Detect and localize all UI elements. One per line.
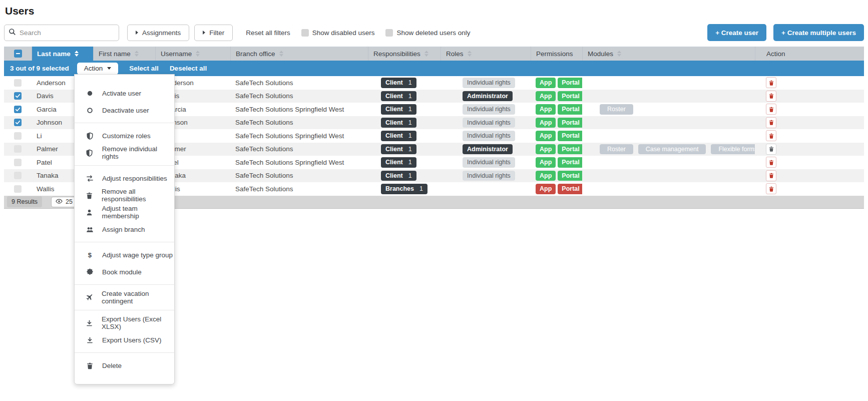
cell-modules	[582, 169, 755, 183]
module-badge: Case management	[638, 144, 706, 155]
show-deleted-checkbox[interactable]: Show deleted users only	[385, 29, 470, 37]
people-icon	[86, 226, 94, 233]
menu-item-export-users-csv-[interactable]: Export Users (CSV)	[75, 331, 174, 348]
delete-user-button[interactable]	[766, 77, 776, 88]
row-checkbox[interactable]	[14, 92, 22, 100]
cell-branch-office: SafeTech Solutions	[230, 116, 368, 130]
responsibility-label: Client	[385, 159, 403, 166]
chevron-down-icon	[107, 67, 111, 70]
header-cell-responsibilities[interactable]: Responsibilities	[368, 47, 441, 61]
menu-item-delete[interactable]: Delete	[75, 357, 174, 374]
cell-last-name-text: Johnson	[37, 119, 62, 126]
header-cell-branch-office[interactable]: Branch office	[230, 47, 368, 61]
delete-user-button[interactable]	[766, 117, 776, 128]
cell-select	[4, 182, 32, 196]
cell-select	[4, 103, 32, 116]
menu-item-create-vacation-contingent[interactable]: Create vacation contingent	[75, 289, 174, 306]
header-cell-first-name[interactable]: First name	[93, 47, 155, 61]
menu-item-label: Adjust wage type group	[102, 251, 173, 259]
swap-arrows-icon	[86, 175, 94, 182]
menu-item-label: Remove individual rights	[102, 145, 174, 160]
delete-user-button[interactable]	[766, 183, 776, 194]
menu-item-deactivate-user[interactable]: Deactivate user	[75, 102, 174, 119]
role-badge: Individual rights	[463, 118, 515, 128]
cell-permissions: AppPortal	[531, 76, 582, 90]
cell-branch-office: SafeTech Solutions	[230, 182, 368, 196]
menu-item-activate-user[interactable]: Activate user	[75, 85, 174, 102]
row-checkbox[interactable]	[14, 132, 22, 140]
module-badge: Roster	[600, 144, 633, 155]
row-checkbox[interactable]	[14, 159, 22, 166]
permission-badge: Portal	[558, 118, 582, 128]
cell-last-name-text: Patel	[37, 159, 52, 166]
cell-last-name-text: Palmer	[37, 145, 58, 153]
delete-user-button[interactable]	[766, 130, 776, 141]
cell-responsibilities: Branches1	[368, 182, 441, 196]
menu-item-label: Activate user	[102, 90, 141, 97]
delete-user-button[interactable]	[766, 157, 776, 168]
action-button[interactable]: Action	[77, 63, 119, 75]
filter-button[interactable]: Filter	[194, 25, 233, 41]
menu-item-adjust-team-membership[interactable]: Adjust team membership	[75, 204, 174, 221]
permission-badge: Portal	[558, 104, 582, 115]
menu-item-book-module[interactable]: Book module	[75, 263, 174, 280]
reset-filters-button[interactable]: Reset all filters	[246, 29, 290, 37]
row-checkbox[interactable]	[14, 79, 22, 87]
cell-branch-office: SafeTech Solutions	[230, 90, 368, 103]
cell-permissions: AppPortal	[531, 116, 582, 130]
column-label: Permissions	[536, 50, 573, 58]
cell-branch-office: SafeTech Solutions Springfield West	[230, 156, 368, 169]
cell-last-name-text: Garcia	[37, 106, 57, 113]
permission-badge: Portal	[558, 91, 582, 102]
show-disabled-checkbox[interactable]: Show disabled users	[301, 29, 375, 37]
row-checkbox[interactable]	[14, 145, 22, 153]
menu-item-adjust-wage-type-group[interactable]: $Adjust wage type group	[75, 246, 174, 263]
cell-roles: Individual rights	[441, 169, 531, 183]
column-label: Roles	[446, 50, 464, 58]
search-input-wrap[interactable]	[4, 25, 119, 41]
cell-roles: Individual rights	[441, 116, 531, 130]
assignments-button[interactable]: Assignments	[127, 25, 189, 41]
responsibility-badge: Client1	[381, 91, 416, 102]
menu-item-label: Deactivate user	[102, 107, 149, 114]
menu-item-label: Create vacation contingent	[102, 290, 174, 305]
menu-group: Adjust responsibilitiesRemove all respon…	[75, 165, 174, 242]
role-badge: Individual rights	[463, 131, 515, 141]
menu-item-assign-branch[interactable]: Assign branch	[75, 221, 174, 238]
select-all-button[interactable]: Select all	[129, 65, 159, 72]
responsibility-badge: Client1	[381, 171, 416, 181]
menu-item-customize-roles[interactable]: Customize roles	[75, 127, 174, 144]
responsibility-badge: Client1	[381, 144, 416, 155]
header-cell-roles[interactable]: Roles	[441, 47, 531, 61]
row-checkbox[interactable]	[14, 185, 22, 193]
delete-user-button[interactable]	[766, 144, 776, 155]
delete-user-button[interactable]	[766, 104, 776, 115]
cell-responsibilities: Client1	[368, 156, 441, 169]
header-cell-last-name[interactable]: Last name	[32, 47, 93, 61]
row-checkbox[interactable]	[14, 172, 22, 179]
search-input[interactable]	[20, 29, 115, 37]
menu-item-adjust-responsibilities[interactable]: Adjust responsibilities	[75, 170, 174, 187]
menu-item-label: Export Users (CSV)	[102, 336, 162, 344]
create-user-button[interactable]: + Create user	[707, 24, 766, 41]
column-label: Modules	[588, 50, 613, 58]
select-all-checkbox[interactable]	[14, 50, 22, 58]
deselect-all-button[interactable]: Deselect all	[170, 65, 207, 72]
menu-item-remove-all-responsibilities[interactable]: Remove all responsibilities	[75, 187, 174, 204]
cell-last-name-text: Tanaka	[37, 172, 59, 179]
menu-item-export-users-excel-xlsx-[interactable]: Export Users (Excel XLSX)	[75, 314, 174, 331]
cell-modules	[582, 156, 755, 169]
cell-modules	[582, 129, 755, 143]
cell-roles: Individual rights	[441, 76, 531, 90]
header-cell-modules[interactable]: Modules	[582, 47, 755, 61]
delete-user-button[interactable]	[766, 170, 776, 181]
row-checkbox[interactable]	[14, 106, 22, 113]
create-multiple-users-button[interactable]: + Create multiple users	[773, 24, 864, 41]
header-cell-permissions: Permissions	[531, 47, 582, 61]
menu-item-remove-individual-rights[interactable]: Remove individual rights	[75, 144, 174, 161]
cell-action	[755, 116, 864, 130]
row-checkbox[interactable]	[14, 119, 22, 126]
delete-user-button[interactable]	[766, 91, 776, 102]
menu-group: Export Users (Excel XLSX)Export Users (C…	[75, 310, 174, 352]
header-cell-username[interactable]: Username	[155, 47, 230, 61]
